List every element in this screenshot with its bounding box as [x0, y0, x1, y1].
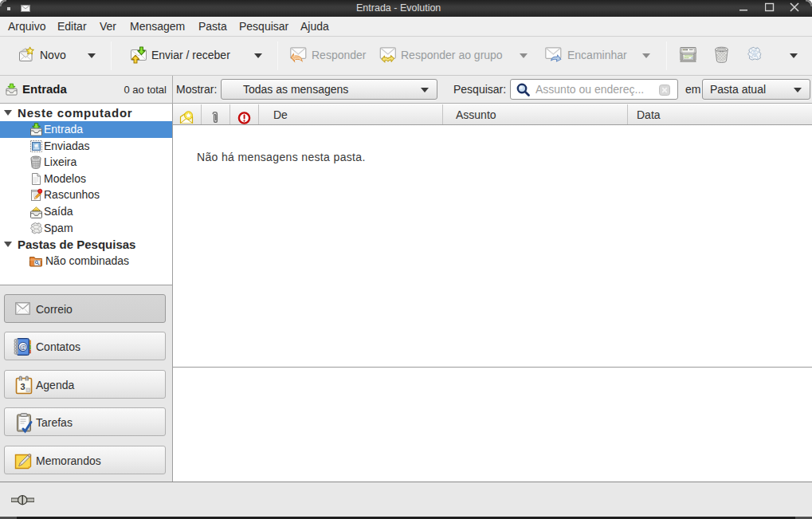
svg-text:3: 3: [20, 382, 25, 391]
svg-text:@: @: [19, 343, 26, 352]
